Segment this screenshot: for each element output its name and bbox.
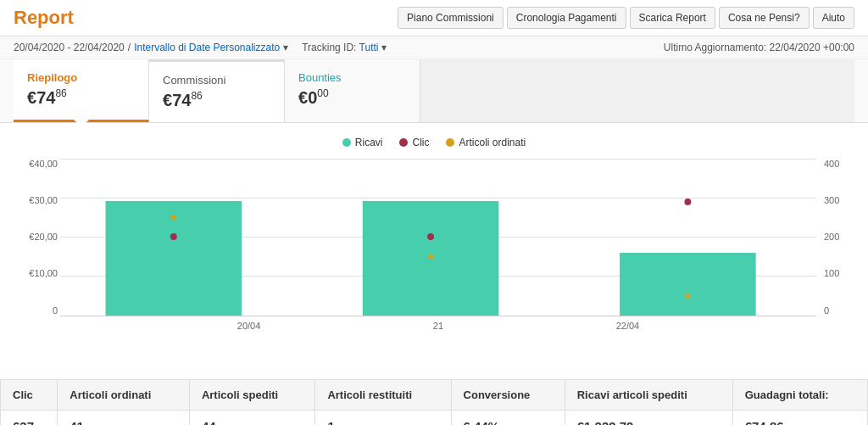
commissioni-decimal: 86 xyxy=(191,90,202,102)
separator: / xyxy=(128,42,131,53)
data-table: Clic Articoli ordinati Articoli spediti … xyxy=(0,379,868,425)
riepilogo-decimal: 86 xyxy=(55,87,66,99)
x-axis-labels: 20/04 21 22/04 xyxy=(60,321,816,331)
y-right-100: 100 xyxy=(824,268,839,278)
bounties-value: €000 xyxy=(298,87,399,108)
tracking-value-link[interactable]: Tutti xyxy=(359,42,379,53)
commissioni-label: Commissioni xyxy=(163,74,264,87)
col-header-articoli-restituiti: Articoli restituiti xyxy=(315,379,451,410)
cronologia-pagamenti-button[interactable]: Cronologia Pagamenti xyxy=(507,7,626,29)
x-label-21: 21 xyxy=(433,321,443,331)
legend-ricavi-label: Ricavi xyxy=(355,137,383,148)
cell-articoli-restituiti: 1 xyxy=(315,410,451,425)
x-label-2004: 20/04 xyxy=(237,321,261,331)
legend-articoli-label: Articoli ordinati xyxy=(459,137,526,148)
articoli-dot xyxy=(446,138,454,147)
y-label-40: €40,00 xyxy=(29,159,58,169)
riepilogo-whole: 74 xyxy=(36,88,55,107)
cell-clic: 637 xyxy=(1,410,58,425)
col-header-articoli-spediti: Articoli spediti xyxy=(189,379,314,410)
tracking-chevron-icon[interactable]: ▾ xyxy=(381,42,387,53)
date-range-section: 20/04/2020 - 22/04/2020 / Intervallo di … xyxy=(14,42,387,53)
y-axis-right-clic: 400 300 200 100 0 xyxy=(821,159,854,316)
chevron-down-icon[interactable]: ▾ xyxy=(283,42,288,53)
sub-header: 20/04/2020 - 22/04/2020 / Intervallo di … xyxy=(0,36,868,59)
col-header-articoli-ordinati: Articoli ordinati xyxy=(58,379,190,410)
cell-conversione: 6,44% xyxy=(451,410,565,425)
y-right-0: 0 xyxy=(824,305,829,316)
bounties-label: Bounties xyxy=(298,71,399,84)
scarica-report-button[interactable]: Scarica Report xyxy=(630,7,715,29)
y-axis-right-articoli: 40 30 20 10 0 xyxy=(854,159,868,316)
commissioni-card[interactable]: Commissioni €7486 xyxy=(149,59,285,122)
articoli-dot-2 xyxy=(428,254,433,260)
y-right-400: 400 xyxy=(824,159,839,169)
clic-dot-2 xyxy=(427,233,434,240)
legend-clic: Clic xyxy=(399,137,429,148)
date-range-text: 20/04/2020 - 22/04/2020 xyxy=(14,42,125,53)
table-row: 637 41 44 1 6,44% €1.239,79 €74,86 xyxy=(1,410,868,425)
commissioni-currency: € xyxy=(163,91,172,109)
y-axis-left: €40,00 €30,00 €20,00 €10,00 0 xyxy=(14,159,58,316)
grid-line-bottom xyxy=(60,316,816,316)
chart-plot: 20/04 21 22/04 xyxy=(60,159,816,316)
riepilogo-value: €7486 xyxy=(27,87,128,108)
bounties-card[interactable]: Bounties €000 xyxy=(285,59,420,122)
legend-clic-label: Clic xyxy=(412,137,429,148)
y-right-300: 300 xyxy=(824,195,839,205)
top-navigation: Piano Commissioni Cronologia Pagamenti S… xyxy=(398,7,854,29)
last-update-section: Ultimo Aggiornamento: 22/04/2020 +00:00 xyxy=(664,42,854,53)
piano-commissioni-button[interactable]: Piano Commissioni xyxy=(398,7,504,29)
last-update-label: Ultimo Aggiornamento: xyxy=(664,42,766,53)
commissioni-whole: 74 xyxy=(172,91,191,109)
riepilogo-label: Riepilogo xyxy=(27,71,128,84)
clic-dot xyxy=(399,138,408,147)
y-label-20: €20,00 xyxy=(29,232,58,242)
cell-guadagni: €74,86 xyxy=(732,410,867,425)
legend-articoli: Articoli ordinati xyxy=(446,137,526,148)
page-title: Report xyxy=(14,7,74,29)
cell-ricavi: €1.239,79 xyxy=(565,410,732,425)
col-header-ricavi: Ricavi articoli spediti xyxy=(565,379,732,410)
chart-legend: Ricavi Clic Articoli ordinati xyxy=(14,137,854,148)
last-update-value: 22/04/2020 +00:00 xyxy=(770,42,854,53)
col-header-conversione: Conversione xyxy=(451,379,565,410)
col-header-clic: Clic xyxy=(1,379,58,410)
legend-ricavi: Ricavi xyxy=(342,137,383,148)
y-right-200: 200 xyxy=(824,232,839,242)
bounties-whole: 0 xyxy=(308,88,317,107)
bar-3 xyxy=(620,253,756,316)
top-bar: Report Piano Commissioni Cronologia Paga… xyxy=(0,0,868,36)
cell-articoli-spediti: 44 xyxy=(189,410,314,425)
cosa-ne-pensi-button[interactable]: Cosa ne Pensi? xyxy=(719,7,810,29)
articoli-dot-1 xyxy=(171,215,176,220)
y-label-0: 0 xyxy=(53,305,58,316)
bounties-currency: € xyxy=(298,88,308,107)
articoli-dot-3 xyxy=(685,294,690,299)
y-label-10: €10,00 xyxy=(29,268,58,278)
riepilogo-card[interactable]: Riepilogo €7486 xyxy=(14,59,149,122)
chart-wrapper: €40,00 €30,00 €20,00 €10,00 0 400 300 20… xyxy=(14,159,854,345)
y-label-30: €30,00 xyxy=(29,195,58,205)
tracking-id-section: Tracking ID: Tutti ▾ xyxy=(302,42,387,53)
riepilogo-currency: € xyxy=(27,88,36,107)
chart-area: Ricavi Clic Articoli ordinati €40,00 €30… xyxy=(0,123,868,359)
bounties-decimal: 00 xyxy=(317,87,328,99)
clic-dot-1 xyxy=(170,233,177,240)
bars-svg xyxy=(60,159,816,316)
aiuto-button[interactable]: Aiuto xyxy=(813,7,854,29)
clic-dot-3 xyxy=(684,199,691,205)
x-label-2204: 22/04 xyxy=(616,321,640,331)
interval-link[interactable]: Intervallo di Date Personalizzato xyxy=(134,42,280,53)
ricavi-dot xyxy=(342,138,351,147)
summary-area: Riepilogo €7486 Commissioni €7486 Bounti… xyxy=(0,59,868,123)
tracking-label: Tracking ID: xyxy=(302,42,356,53)
cell-articoli-ordinati: 41 xyxy=(58,410,190,425)
commissioni-value: €7486 xyxy=(163,90,264,110)
col-header-guadagni: Guadagni totali: xyxy=(732,379,867,410)
